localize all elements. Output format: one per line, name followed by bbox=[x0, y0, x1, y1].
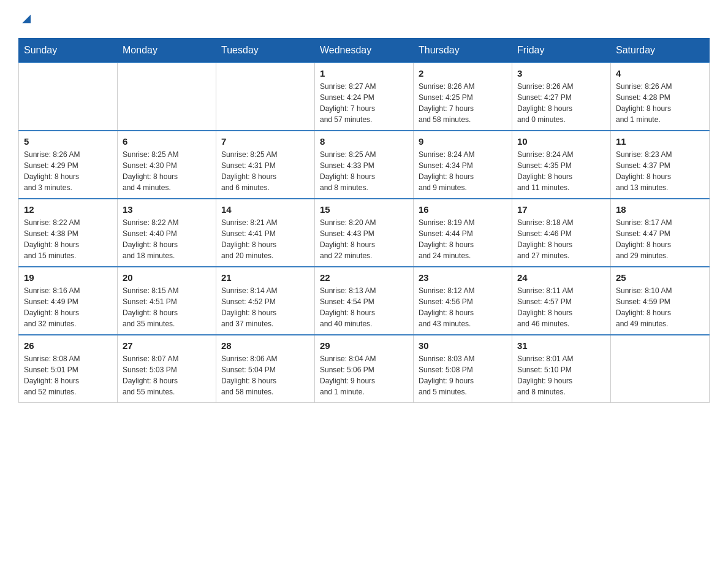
calendar-day bbox=[19, 63, 118, 131]
day-number: 24 bbox=[517, 272, 605, 283]
day-info: Sunrise: 8:24 AM Sunset: 4:35 PM Dayligh… bbox=[517, 149, 605, 193]
weekday-header-friday: Friday bbox=[512, 39, 611, 63]
calendar-week-5: 26Sunrise: 8:08 AM Sunset: 5:01 PM Dayli… bbox=[19, 335, 710, 403]
calendar-day bbox=[611, 335, 710, 403]
weekday-header-saturday: Saturday bbox=[611, 39, 710, 63]
day-number: 28 bbox=[221, 340, 309, 351]
day-info: Sunrise: 8:03 AM Sunset: 5:08 PM Dayligh… bbox=[419, 353, 507, 397]
day-info: Sunrise: 8:04 AM Sunset: 5:06 PM Dayligh… bbox=[320, 353, 408, 397]
calendar-day: 24Sunrise: 8:11 AM Sunset: 4:57 PM Dayli… bbox=[512, 267, 611, 335]
logo bbox=[18, 12, 33, 26]
calendar-day: 31Sunrise: 8:01 AM Sunset: 5:10 PM Dayli… bbox=[512, 335, 611, 403]
calendar-day: 19Sunrise: 8:16 AM Sunset: 4:49 PM Dayli… bbox=[19, 267, 118, 335]
day-number: 14 bbox=[221, 204, 309, 215]
calendar-day: 12Sunrise: 8:22 AM Sunset: 4:38 PM Dayli… bbox=[19, 199, 118, 267]
day-number: 16 bbox=[419, 204, 507, 215]
day-number: 3 bbox=[517, 68, 605, 79]
calendar-day: 29Sunrise: 8:04 AM Sunset: 5:06 PM Dayli… bbox=[315, 335, 414, 403]
day-number: 5 bbox=[24, 136, 112, 147]
logo-triangle-icon bbox=[20, 12, 33, 26]
calendar-day: 6Sunrise: 8:25 AM Sunset: 4:30 PM Daylig… bbox=[118, 131, 216, 199]
weekday-header-thursday: Thursday bbox=[414, 39, 512, 63]
svg-marker-0 bbox=[22, 15, 31, 23]
day-info: Sunrise: 8:10 AM Sunset: 4:59 PM Dayligh… bbox=[616, 285, 704, 329]
day-number: 31 bbox=[517, 340, 605, 351]
day-number: 22 bbox=[320, 272, 408, 283]
day-info: Sunrise: 8:18 AM Sunset: 4:46 PM Dayligh… bbox=[517, 217, 605, 261]
weekday-header-monday: Monday bbox=[118, 39, 216, 63]
day-info: Sunrise: 8:22 AM Sunset: 4:40 PM Dayligh… bbox=[123, 217, 211, 261]
day-info: Sunrise: 8:25 AM Sunset: 4:30 PM Dayligh… bbox=[123, 149, 211, 193]
calendar-day: 10Sunrise: 8:24 AM Sunset: 4:35 PM Dayli… bbox=[512, 131, 611, 199]
calendar-day: 27Sunrise: 8:07 AM Sunset: 5:03 PM Dayli… bbox=[118, 335, 216, 403]
calendar-day: 17Sunrise: 8:18 AM Sunset: 4:46 PM Dayli… bbox=[512, 199, 611, 267]
day-number: 11 bbox=[616, 136, 704, 147]
calendar-day: 30Sunrise: 8:03 AM Sunset: 5:08 PM Dayli… bbox=[414, 335, 512, 403]
day-info: Sunrise: 8:15 AM Sunset: 4:51 PM Dayligh… bbox=[123, 285, 211, 329]
calendar-table: SundayMondayTuesdayWednesdayThursdayFrid… bbox=[18, 38, 710, 403]
calendar-day: 3Sunrise: 8:26 AM Sunset: 4:27 PM Daylig… bbox=[512, 63, 611, 131]
calendar-day: 18Sunrise: 8:17 AM Sunset: 4:47 PM Dayli… bbox=[611, 199, 710, 267]
day-number: 6 bbox=[123, 136, 211, 147]
day-info: Sunrise: 8:23 AM Sunset: 4:37 PM Dayligh… bbox=[616, 149, 704, 193]
day-info: Sunrise: 8:26 AM Sunset: 4:25 PM Dayligh… bbox=[419, 81, 507, 125]
calendar-day: 8Sunrise: 8:25 AM Sunset: 4:33 PM Daylig… bbox=[315, 131, 414, 199]
day-info: Sunrise: 8:08 AM Sunset: 5:01 PM Dayligh… bbox=[24, 353, 112, 397]
day-number: 4 bbox=[616, 68, 704, 79]
day-number: 25 bbox=[616, 272, 704, 283]
calendar-day: 4Sunrise: 8:26 AM Sunset: 4:28 PM Daylig… bbox=[611, 63, 710, 131]
day-info: Sunrise: 8:21 AM Sunset: 4:41 PM Dayligh… bbox=[221, 217, 309, 261]
day-info: Sunrise: 8:17 AM Sunset: 4:47 PM Dayligh… bbox=[616, 217, 704, 261]
day-number: 30 bbox=[419, 340, 507, 351]
calendar-day: 26Sunrise: 8:08 AM Sunset: 5:01 PM Dayli… bbox=[19, 335, 118, 403]
calendar-day: 7Sunrise: 8:25 AM Sunset: 4:31 PM Daylig… bbox=[216, 131, 315, 199]
day-info: Sunrise: 8:25 AM Sunset: 4:31 PM Dayligh… bbox=[221, 149, 309, 193]
day-info: Sunrise: 8:26 AM Sunset: 4:28 PM Dayligh… bbox=[616, 81, 704, 125]
day-number: 26 bbox=[24, 340, 112, 351]
calendar-body: 1Sunrise: 8:27 AM Sunset: 4:24 PM Daylig… bbox=[19, 63, 710, 403]
day-number: 18 bbox=[616, 204, 704, 215]
day-info: Sunrise: 8:26 AM Sunset: 4:29 PM Dayligh… bbox=[24, 149, 112, 193]
day-number: 23 bbox=[419, 272, 507, 283]
calendar-week-4: 19Sunrise: 8:16 AM Sunset: 4:49 PM Dayli… bbox=[19, 267, 710, 335]
calendar-week-3: 12Sunrise: 8:22 AM Sunset: 4:38 PM Dayli… bbox=[19, 199, 710, 267]
day-number: 27 bbox=[123, 340, 211, 351]
day-info: Sunrise: 8:20 AM Sunset: 4:43 PM Dayligh… bbox=[320, 217, 408, 261]
day-number: 9 bbox=[419, 136, 507, 147]
day-info: Sunrise: 8:01 AM Sunset: 5:10 PM Dayligh… bbox=[517, 353, 605, 397]
day-number: 29 bbox=[320, 340, 408, 351]
day-number: 17 bbox=[517, 204, 605, 215]
calendar-day bbox=[216, 63, 315, 131]
day-number: 8 bbox=[320, 136, 408, 147]
day-info: Sunrise: 8:16 AM Sunset: 4:49 PM Dayligh… bbox=[24, 285, 112, 329]
day-info: Sunrise: 8:25 AM Sunset: 4:33 PM Dayligh… bbox=[320, 149, 408, 193]
day-info: Sunrise: 8:22 AM Sunset: 4:38 PM Dayligh… bbox=[24, 217, 112, 261]
day-number: 20 bbox=[123, 272, 211, 283]
day-info: Sunrise: 8:26 AM Sunset: 4:27 PM Dayligh… bbox=[517, 81, 605, 125]
day-info: Sunrise: 8:06 AM Sunset: 5:04 PM Dayligh… bbox=[221, 353, 309, 397]
day-info: Sunrise: 8:11 AM Sunset: 4:57 PM Dayligh… bbox=[517, 285, 605, 329]
calendar-week-1: 1Sunrise: 8:27 AM Sunset: 4:24 PM Daylig… bbox=[19, 63, 710, 131]
day-number: 2 bbox=[419, 68, 507, 79]
day-number: 1 bbox=[320, 68, 408, 79]
day-info: Sunrise: 8:24 AM Sunset: 4:34 PM Dayligh… bbox=[419, 149, 507, 193]
calendar-day: 1Sunrise: 8:27 AM Sunset: 4:24 PM Daylig… bbox=[315, 63, 414, 131]
calendar-day: 28Sunrise: 8:06 AM Sunset: 5:04 PM Dayli… bbox=[216, 335, 315, 403]
weekday-header-tuesday: Tuesday bbox=[216, 39, 315, 63]
calendar-day: 2Sunrise: 8:26 AM Sunset: 4:25 PM Daylig… bbox=[414, 63, 512, 131]
day-number: 10 bbox=[517, 136, 605, 147]
page-header bbox=[18, 12, 710, 26]
calendar-week-2: 5Sunrise: 8:26 AM Sunset: 4:29 PM Daylig… bbox=[19, 131, 710, 199]
calendar-day: 9Sunrise: 8:24 AM Sunset: 4:34 PM Daylig… bbox=[414, 131, 512, 199]
calendar-day bbox=[118, 63, 216, 131]
day-info: Sunrise: 8:27 AM Sunset: 4:24 PM Dayligh… bbox=[320, 81, 408, 125]
day-number: 19 bbox=[24, 272, 112, 283]
day-info: Sunrise: 8:19 AM Sunset: 4:44 PM Dayligh… bbox=[419, 217, 507, 261]
day-number: 12 bbox=[24, 204, 112, 215]
calendar-day: 15Sunrise: 8:20 AM Sunset: 4:43 PM Dayli… bbox=[315, 199, 414, 267]
calendar-day: 23Sunrise: 8:12 AM Sunset: 4:56 PM Dayli… bbox=[414, 267, 512, 335]
calendar-day: 21Sunrise: 8:14 AM Sunset: 4:52 PM Dayli… bbox=[216, 267, 315, 335]
calendar-day: 20Sunrise: 8:15 AM Sunset: 4:51 PM Dayli… bbox=[118, 267, 216, 335]
weekday-header-row: SundayMondayTuesdayWednesdayThursdayFrid… bbox=[19, 39, 710, 63]
day-info: Sunrise: 8:12 AM Sunset: 4:56 PM Dayligh… bbox=[419, 285, 507, 329]
